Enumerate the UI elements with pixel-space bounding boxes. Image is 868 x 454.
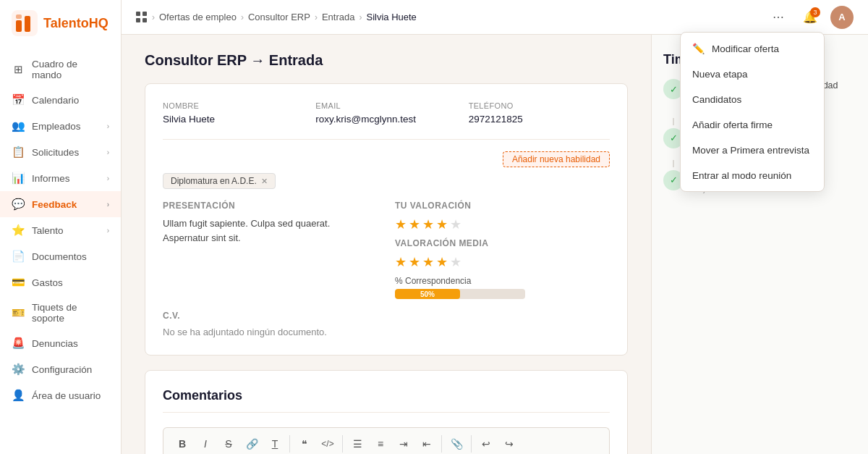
sidebar-nav: ⊞ Cuadro de mando 📅 Calendario 👥 Emplead… (0, 46, 121, 454)
toolbar-sep-1 (289, 435, 290, 453)
dropdown-item-meeting[interactable]: Entrar al modo reunión (681, 163, 824, 188)
nav-label-calendar: Calendario (32, 95, 109, 106)
timeline-line (673, 160, 674, 167)
indent-button[interactable]: ⇥ (393, 434, 414, 454)
notifications-button[interactable]: 🔔 3 (799, 6, 822, 29)
sidebar-item-settings[interactable]: ⚙️ Configuración (0, 356, 121, 382)
chevron-icon-employees: › (107, 122, 109, 130)
ordered-list-button[interactable]: ≡ (370, 434, 391, 454)
star-icon[interactable]: ★ (395, 217, 407, 232)
info-grid: Nombre Silvia Huete Email roxy.kris@mcgl… (163, 101, 610, 125)
nav-label-reports2: Denuncias (32, 338, 109, 349)
toolbar-sep-2 (342, 435, 343, 453)
progress-bar: 50% (395, 289, 525, 299)
dropdown-edit-label: Modificar oferta (712, 43, 779, 54)
phone-field: Teléfono 2972121825 (469, 101, 610, 125)
sidebar-item-expenses[interactable]: 💳 Gastos (0, 269, 121, 295)
chevron-icon-requests: › (107, 148, 109, 156)
skill-remove-button[interactable]: ✕ (261, 177, 268, 186)
timeline-line (673, 118, 674, 125)
italic-button[interactable]: I (195, 434, 216, 454)
breadcrumb-erp[interactable]: Consultor ERP (248, 12, 310, 22)
chevron-icon-talent: › (107, 227, 109, 235)
user-avatar[interactable]: A (830, 6, 854, 29)
star-icon[interactable]: ★ (409, 254, 420, 270)
blockquote-button[interactable]: ❝ (294, 434, 315, 454)
breadcrumb-entrada[interactable]: Entrada (322, 12, 355, 22)
name-label: Nombre (163, 101, 304, 110)
cv-label: C.V. (163, 311, 610, 321)
phone-value: 2972121825 (469, 114, 523, 125)
sidebar-item-reports[interactable]: 📊 Informes › (0, 165, 121, 191)
star-icon[interactable]: ★ (395, 254, 407, 270)
star-icon[interactable]: ★ (422, 217, 434, 232)
breadcrumb-offers[interactable]: Ofertas de empleo (159, 12, 237, 22)
dropdown-meeting-label: Entrar al modo reunión (692, 170, 791, 181)
bold-button[interactable]: B (172, 434, 192, 454)
sidebar-item-feedback[interactable]: 💬 Feedback › (0, 191, 121, 217)
star-icon[interactable]: ★ (436, 254, 448, 270)
email-value: roxy.kris@mcglynn.test (315, 114, 416, 125)
presentation-section: Presentación Ullam fugit sapiente. Culpa… (163, 201, 378, 299)
dropdown-item-candidates[interactable]: Candidatos (681, 87, 824, 112)
sidebar-item-tickets[interactable]: 🎫 Tiquets de soporte (0, 295, 121, 330)
skills-section: Diplomatura en A.D.E. ✕ (163, 173, 610, 189)
sidebar-item-talent[interactable]: ⭐ Talento › (0, 217, 121, 243)
add-skill-button[interactable]: Añadir nueva habilidad (503, 151, 610, 167)
star-icon[interactable]: ★ (422, 254, 434, 270)
correspondence-label: % Correspondencia (395, 276, 610, 286)
sidebar-item-documents[interactable]: 📄 Documentos (0, 243, 121, 269)
nav-label-user: Área de usuario (32, 390, 109, 401)
dropdown-firm-label: Añadir oferta firme (692, 119, 773, 130)
skill-tag: Diplomatura en A.D.E. ✕ (163, 173, 276, 189)
nav-icon-documents: 📄 (12, 250, 25, 263)
avg-valoration-label: Valoración media (395, 238, 610, 248)
star-icon[interactable]: ★ (450, 254, 461, 270)
sidebar-item-requests[interactable]: 📋 Solicitudes › (0, 139, 121, 165)
code-button[interactable]: </> (318, 434, 338, 454)
attachment-button[interactable]: 📎 (446, 434, 467, 454)
progress-fill: 50% (395, 289, 460, 299)
toolbar-sep-4 (471, 435, 472, 453)
chevron-icon-feedback: › (107, 201, 109, 209)
outdent-button[interactable]: ⇤ (417, 434, 437, 454)
comments-title: Comentarios (163, 388, 610, 403)
dropdown-item-edit[interactable]: ✏️ Modificar oferta (681, 35, 824, 62)
star-icon[interactable]: ★ (409, 217, 420, 232)
underline-button[interactable]: T (265, 434, 285, 454)
sidebar-item-user[interactable]: 👤 Área de usuario (0, 382, 121, 408)
sidebar-item-dashboard[interactable]: ⊞ Cuadro de mando (0, 52, 121, 87)
nav-label-settings: Configuración (32, 364, 109, 375)
nav-label-employees: Empleados (32, 121, 100, 132)
dropdown-item-firm[interactable]: Añadir oferta firme (681, 112, 824, 138)
name-value: Silvia Huete (163, 114, 215, 125)
dropdown-candidates-label: Candidatos (692, 94, 741, 105)
star-icon[interactable]: ★ (436, 217, 448, 232)
nav-icon-settings: ⚙️ (12, 363, 25, 376)
notification-badge: 3 (810, 7, 820, 17)
avg-stars: ★★★★★ (395, 254, 610, 270)
nav-icon-feedback: 💬 (12, 198, 25, 211)
nav-label-talent: Talento (32, 225, 100, 236)
phone-label: Teléfono (469, 101, 610, 110)
svg-rect-3 (16, 14, 22, 19)
cv-section: C.V. No se ha adjuntado ningún documento… (163, 311, 610, 337)
dropdown-item-move[interactable]: Mover a Primera entrevista (681, 138, 824, 163)
apps-grid-icon[interactable] (136, 12, 148, 23)
strikethrough-button[interactable]: S (218, 434, 239, 454)
sidebar-item-employees[interactable]: 👥 Empleados › (0, 113, 121, 139)
breadcrumb-candidate: Silvia Huete (366, 12, 416, 22)
redo-button[interactable]: ↪ (499, 434, 519, 454)
nav-icon-tickets: 🎫 (12, 306, 25, 319)
undo-button[interactable]: ↩ (476, 434, 496, 454)
candidate-info-card: Nombre Silvia Huete Email roxy.kris@mcgl… (145, 83, 628, 356)
sidebar-item-calendar[interactable]: 📅 Calendario (0, 87, 121, 113)
editor-toolbar: B I S 🔗 T ❝ </> ☰ ≡ ⇥ ⇤ 📎 ↩ (163, 427, 610, 454)
sidebar-item-reports2[interactable]: 🚨 Denuncias (0, 330, 121, 356)
nav-label-feedback: Feedback (32, 199, 100, 210)
dropdown-item-stage[interactable]: Nueva etapa (681, 62, 824, 87)
link-button[interactable]: 🔗 (242, 434, 262, 454)
star-icon[interactable]: ★ (450, 217, 461, 232)
bullet-list-button[interactable]: ☰ (347, 434, 367, 454)
more-options-button[interactable]: ⋯ (767, 6, 790, 29)
